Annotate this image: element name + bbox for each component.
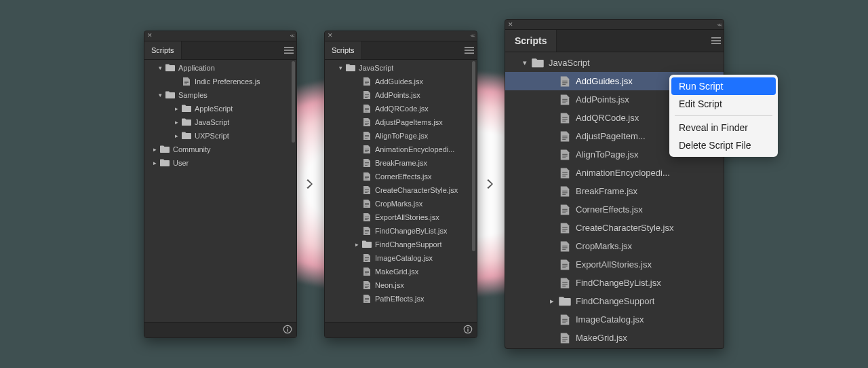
folder-icon	[558, 295, 572, 308]
tree-item[interactable]: AdjustPageItems.jsx	[325, 115, 477, 129]
script-tree[interactable]: ▾JavaScriptAddGuides.jsxAddPoints.jsxAdd…	[325, 60, 477, 322]
tree-item-label: CornerEffects.jsx	[375, 172, 432, 181]
collapse-icon[interactable]: <<	[290, 33, 294, 39]
panel-menu-button[interactable]	[462, 41, 477, 59]
chevron-right-icon[interactable]: ▸	[172, 119, 181, 126]
tree-item-label: Neon.jsx	[375, 281, 404, 289]
tree-item-label: AnimationEncyclopedi...	[576, 168, 670, 178]
scripts-panel-1: ✕ << Scripts ▾ApplicationIndic	[144, 31, 297, 338]
close-icon[interactable]: ✕	[328, 33, 333, 39]
tree-item[interactable]: AddGuides.jsx	[325, 75, 477, 88]
menu-item[interactable]: Edit Script	[669, 95, 778, 113]
tree-item[interactable]: AnimationEncyclopedi...	[505, 164, 724, 182]
script-icon	[558, 75, 572, 88]
chevron-down-icon[interactable]: ▾	[336, 65, 345, 71]
script-icon	[558, 258, 572, 272]
tree-item[interactable]: BreakFrame.jsx	[325, 156, 477, 170]
tree-item[interactable]: ▸Community	[144, 143, 296, 156]
menu-item[interactable]: Delete Script File	[669, 136, 778, 154]
chevron-down-icon[interactable]: ▾	[519, 58, 531, 67]
chevron-right-icon[interactable]: ▸	[150, 160, 159, 166]
script-icon	[361, 253, 372, 263]
tree-item[interactable]: ▾JavaScript	[325, 61, 477, 75]
tree-item[interactable]: FindChangeByList.jsx	[505, 274, 724, 292]
tree-item[interactable]: ImageCatalog.jsx	[505, 310, 724, 329]
tree-item[interactable]: CornerEffects.jsx	[325, 170, 477, 183]
script-icon	[558, 185, 572, 198]
tree-item[interactable]: MakeGrid.jsx	[505, 329, 724, 347]
tree-item-label: ExportAllStories.jsx	[375, 213, 439, 221]
tree-item[interactable]: ▾JavaScript	[505, 54, 724, 72]
menu-item[interactable]: Run Script	[671, 77, 776, 95]
scroll-thumb[interactable]	[292, 61, 295, 143]
tab-scripts[interactable]: Scripts	[505, 30, 557, 52]
tree-item-label: MakeGrid.jsx	[576, 333, 627, 343]
menu-item[interactable]: Reveal in Finder	[669, 119, 778, 136]
collapse-icon[interactable]: <<	[717, 22, 721, 28]
tree-item[interactable]: MakeGrid.jsx	[325, 265, 477, 278]
panel-menu-button[interactable]	[709, 30, 724, 52]
tree-item[interactable]: ▾Samples	[144, 88, 296, 102]
panel-menu-button[interactable]	[281, 41, 296, 59]
tree-item[interactable]: ▸FindChangeSupport	[505, 292, 724, 310]
chevron-right-icon[interactable]: ▸	[150, 146, 159, 153]
chevron-right-icon[interactable]: ▸	[352, 241, 361, 248]
close-icon[interactable]: ✕	[508, 22, 513, 28]
tree-item[interactable]: Neon.jsx	[325, 278, 477, 292]
tree-item[interactable]: CornerEffects.jsx	[505, 200, 724, 219]
folder-icon	[181, 103, 192, 114]
script-icon	[558, 240, 572, 253]
chevron-right-icon[interactable]: ▸	[546, 297, 558, 306]
close-icon[interactable]: ✕	[147, 33, 153, 39]
tree-item[interactable]: AddPoints.jsx	[325, 88, 477, 102]
tree-item-label: AddQRCode.jsx	[375, 105, 429, 113]
tree-item[interactable]: ExportAllStories.jsx	[325, 210, 477, 224]
tree-item[interactable]: ▸JavaScript	[144, 115, 296, 129]
tree-item[interactable]: PathEffects.jsx	[325, 292, 477, 306]
panel-tabbar: Scripts	[144, 41, 296, 60]
tree-item[interactable]: ▸UXPScript	[144, 129, 296, 143]
tree-item[interactable]: BreakFrame.jsx	[505, 182, 724, 200]
panel-footer	[325, 322, 477, 337]
chevron-right-icon[interactable]: ▸	[172, 105, 181, 112]
script-icon	[361, 293, 372, 304]
scroll-thumb[interactable]	[472, 61, 475, 251]
tree-item[interactable]: AddQRCode.jsx	[325, 102, 477, 115]
tree-item[interactable]: CreateCharacterStyle.jsx	[325, 183, 477, 197]
tree-item-label: ImageCatalog.jsx	[375, 254, 433, 262]
tree-item-label: AlignToPage.jsx	[576, 149, 639, 160]
tab-label: Scripts	[332, 46, 355, 54]
tree-item[interactable]: CropMarks.jsx	[505, 237, 724, 255]
tree-item-label: AlignToPage.jsx	[375, 132, 428, 140]
tree-item[interactable]: ▸AppleScript	[144, 102, 296, 115]
tree-item[interactable]: FindChangeByList.jsx	[325, 224, 477, 238]
scripts-panel-2: ✕ << Scripts ▾JavaScriptAddGuid	[324, 31, 477, 338]
script-tree[interactable]: ▾ApplicationIndic Preferences.js▾Samples…	[144, 60, 296, 322]
tree-item[interactable]: AlignToPage.jsx	[325, 129, 477, 143]
tab-scripts[interactable]: Scripts	[144, 41, 182, 59]
tree-item[interactable]: ▸FindChangeSupport	[325, 238, 477, 251]
tab-scripts[interactable]: Scripts	[325, 41, 362, 59]
scrollbar[interactable]	[472, 61, 475, 320]
tree-item-label: Samples	[178, 91, 208, 99]
tree-item[interactable]: ▾Application	[144, 61, 296, 75]
tree-item[interactable]: CreateCharacterStyle.jsx	[505, 219, 724, 237]
tree-item-label: PathEffects.jsx	[375, 295, 425, 303]
tree-item-label: JavaScript	[195, 118, 229, 126]
tree-item[interactable]: ExportAllStories.jsx	[505, 255, 724, 274]
info-icon[interactable]	[283, 325, 292, 335]
panel-tabbar: Scripts	[325, 41, 477, 60]
tree-item[interactable]: AnimationEncyclopedi...	[325, 143, 477, 156]
chevron-down-icon[interactable]: ▾	[155, 92, 165, 98]
scrollbar[interactable]	[292, 61, 295, 320]
folder-icon	[531, 56, 545, 70]
tree-item[interactable]: ▸User	[144, 156, 296, 170]
chevron-right-icon[interactable]: ▸	[172, 132, 181, 139]
tree-item[interactable]: ImageCatalog.jsx	[325, 251, 477, 265]
collapse-icon[interactable]: <<	[471, 33, 474, 39]
chevron-down-icon[interactable]: ▾	[155, 65, 165, 71]
tree-item[interactable]: Indic Preferences.js	[144, 75, 296, 88]
tree-item[interactable]: CropMarks.jsx	[325, 197, 477, 210]
menu-separator	[675, 115, 772, 116]
info-icon[interactable]	[463, 325, 473, 335]
